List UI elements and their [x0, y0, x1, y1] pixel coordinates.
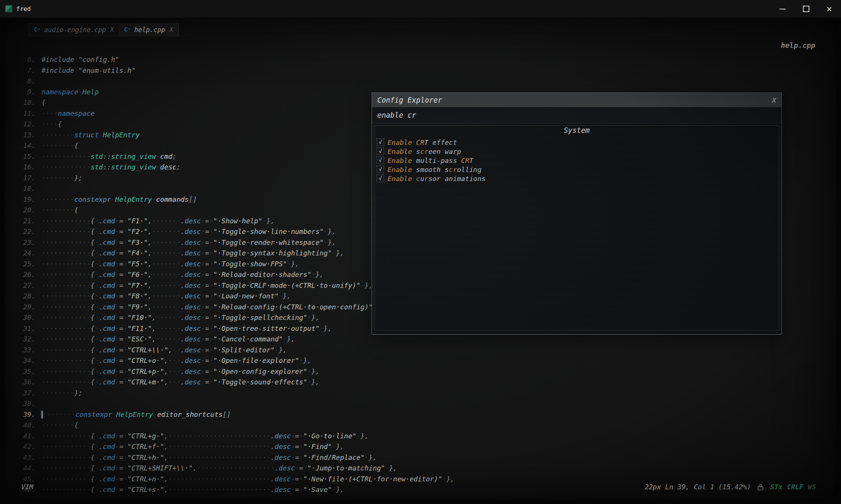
code-line[interactable]: 43.············{·.cmd·=·"CTRL+h·",······…	[14, 452, 837, 463]
line-number: 15.	[14, 151, 42, 162]
tab-label: audio-engine.cpp	[44, 26, 106, 34]
code-line[interactable]: 37.········};	[14, 388, 837, 399]
line-number: 43.	[14, 452, 42, 463]
tab-close-icon[interactable]: X	[170, 26, 173, 33]
line-number: 42.	[14, 441, 42, 452]
config-item[interactable]: √Enable screen warp	[377, 147, 777, 156]
line-number: 23.	[14, 237, 42, 248]
line-number: 29.	[14, 302, 42, 313]
line-number: 35.	[14, 366, 42, 377]
config-item-label: Enable CRT effect	[387, 138, 457, 146]
cpp-file-icon: C⁺	[34, 26, 41, 33]
line-number: 27.	[14, 280, 42, 291]
cursor-position-info: 22px Ln 39, Col 1 (15.42%)	[645, 483, 751, 491]
status-flags: STxCRLFWS	[770, 483, 816, 491]
line-number: 20.	[14, 205, 42, 216]
tab-label: help.cpp	[134, 26, 165, 34]
config-explorer-close-button[interactable]: X	[772, 96, 776, 104]
code-line[interactable]: 34.············{·.cmd·=·"CTRL+o·",···.de…	[14, 355, 837, 366]
code-line[interactable]: 35.············{·.cmd·=·"CTRL+p·",···.de…	[14, 366, 837, 377]
line-number: 10.	[14, 97, 42, 108]
checkbox[interactable]: √	[377, 148, 384, 155]
status-flag-ws: WS	[808, 483, 816, 491]
config-item-label: Enable screen warp	[387, 148, 461, 155]
line-number: 18.	[14, 183, 42, 194]
line-number: 24.	[14, 248, 42, 259]
checkbox[interactable]: √	[377, 157, 384, 164]
cpp-file-icon: C⁺	[124, 26, 131, 33]
code-line[interactable]: 32.············{·.cmd·=·"ESC·",······.de…	[14, 334, 837, 345]
line-number: 16.	[14, 162, 42, 173]
status-bar: VIM 22px Ln 39, Col 1 (15.42%) STxCRLFWS	[4, 482, 837, 493]
line-number: 32.	[14, 334, 42, 345]
status-right-group: 22px Ln 39, Col 1 (15.42%) STxCRLFWS	[645, 483, 816, 491]
window-controls: ×	[771, 0, 841, 18]
line-number: 39.	[14, 409, 42, 420]
lock-icon	[758, 484, 763, 490]
tab-close-icon[interactable]: X	[111, 26, 114, 33]
checkbox[interactable]: √	[377, 138, 384, 146]
line-number: 37.	[14, 388, 42, 399]
code-line[interactable]: 42.············{·.cmd·=·"CTRL+f·",······…	[14, 441, 837, 452]
code-line[interactable]: 39.········constexpr·HelpEntry·editor_sh…	[14, 409, 837, 420]
line-number: 28.	[14, 291, 42, 302]
line-number: 40.	[14, 420, 42, 431]
line-number: 13.	[14, 130, 42, 141]
mode-indicator: VIM	[21, 483, 34, 491]
line-number: 38.	[14, 398, 42, 409]
config-item[interactable]: √Enable CRT effect	[377, 138, 777, 147]
config-item-label: Enable smooth scrolling	[387, 166, 481, 174]
line-number: 7.	[14, 65, 42, 76]
line-number: 44.	[14, 463, 42, 474]
line-number: 25.	[14, 259, 42, 270]
line-number: 36.	[14, 377, 42, 388]
status-flag-crlf: CRLF	[787, 483, 803, 491]
line-number: 41.	[14, 431, 42, 442]
current-file-label: help.cpp	[781, 41, 815, 49]
code-line[interactable]: 40.········{	[14, 420, 837, 431]
config-search-input[interactable]: enable cr	[372, 107, 781, 123]
code-line[interactable]: 33.············{·.cmd·=·"CTRL+\\·",··.de…	[14, 345, 837, 356]
line-number: 26.	[14, 269, 42, 280]
window-title: fred	[16, 5, 31, 12]
app-icon	[5, 5, 12, 12]
line-number: 11.	[14, 108, 42, 119]
maximize-button[interactable]	[794, 0, 818, 18]
line-number: 30.	[14, 312, 42, 323]
line-number: 6.	[14, 54, 42, 65]
checkbox[interactable]: √	[377, 175, 384, 182]
status-flag-stx: STx	[770, 483, 783, 491]
code-line[interactable]: 44.············{·.cmd·=·"CTRL+SHIFT+\\·"…	[14, 463, 837, 474]
config-item[interactable]: √Enable cursor animations	[377, 174, 777, 183]
line-number: 12.	[14, 119, 42, 130]
crt-screen: 6.#include·"config.h"7.#include·"enum-ut…	[4, 18, 837, 500]
code-line[interactable]: 41.············{·.cmd·=·"CTRL+g·",······…	[14, 431, 837, 442]
config-search-value: enable cr	[377, 111, 416, 119]
code-line[interactable]: 8.	[14, 76, 837, 87]
config-explorer-titlebar[interactable]: Config Explorer X	[372, 93, 781, 107]
line-number: 33.	[14, 345, 42, 356]
tab-help.cpp[interactable]: C⁺help.cppX	[119, 24, 178, 36]
line-number: 21.	[14, 216, 42, 227]
config-item[interactable]: √Enable smooth scrolling	[377, 165, 777, 174]
config-item-label: Enable cursor animations	[387, 175, 486, 183]
minimize-button[interactable]	[771, 0, 794, 18]
code-line[interactable]: 36.············{·.cmd·=·"CTRL+m·",···.de…	[14, 377, 837, 388]
config-explorer-panel: Config Explorer X enable cr System √Enab…	[372, 92, 782, 335]
line-number: 22.	[14, 226, 42, 237]
config-items-list: √Enable CRT effect√Enable screen warp√En…	[372, 137, 781, 184]
config-explorer-title: Config Explorer	[377, 96, 442, 104]
tab-audio-engine.cpp[interactable]: C⁺audio-engine.cppX	[29, 24, 119, 36]
code-line[interactable]: 7.#include·"enum-utils.h"	[14, 65, 837, 76]
window-titlebar: fred ×	[0, 0, 841, 18]
config-item[interactable]: √Enable multi-pass CRT	[377, 156, 777, 165]
line-number: 17.	[14, 173, 42, 184]
code-line[interactable]: 38.	[14, 398, 837, 409]
tab-bar: C⁺audio-engine.cppXC⁺help.cppX	[29, 23, 179, 36]
maximize-icon	[803, 6, 809, 12]
line-number: 19.	[14, 194, 42, 205]
close-button[interactable]: ×	[818, 0, 841, 18]
code-line[interactable]: 6.#include·"config.h"	[14, 54, 837, 65]
line-number: 9.	[14, 87, 42, 98]
checkbox[interactable]: √	[377, 166, 384, 173]
